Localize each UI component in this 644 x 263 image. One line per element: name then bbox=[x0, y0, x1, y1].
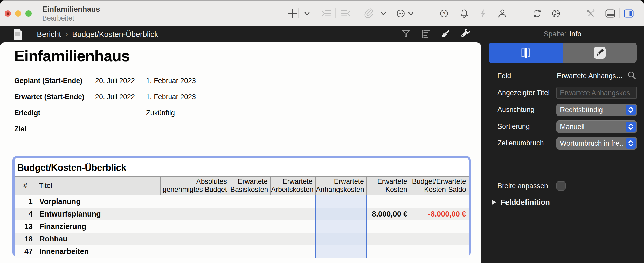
outline-view-icon[interactable] bbox=[420, 28, 433, 41]
cell-work-costs[interactable] bbox=[271, 195, 315, 208]
column-header-title[interactable]: Titel bbox=[36, 176, 160, 195]
cell-budget[interactable] bbox=[160, 220, 230, 233]
sorting-popup[interactable]: Manuell bbox=[556, 120, 637, 133]
cell-balance[interactable] bbox=[410, 220, 469, 233]
bottom-panel-icon[interactable] bbox=[605, 8, 616, 19]
minimize-button[interactable] bbox=[15, 10, 21, 17]
field-definition-label[interactable]: Felddefinition bbox=[501, 198, 550, 207]
row-number[interactable]: 47 bbox=[15, 245, 36, 258]
more-chevron-down-icon[interactable] bbox=[405, 8, 417, 19]
search-icon[interactable] bbox=[627, 71, 637, 82]
cell-attachment-costs[interactable] bbox=[315, 195, 367, 208]
row-number[interactable]: 13 bbox=[15, 220, 36, 233]
breadcrumb-section[interactable]: Bericht bbox=[37, 30, 61, 39]
table-row[interactable]: 1 Vorplanung bbox=[15, 195, 469, 208]
row-number[interactable]: 1 bbox=[15, 195, 36, 208]
indent-icon[interactable] bbox=[321, 8, 332, 19]
cell-budget[interactable] bbox=[160, 245, 230, 258]
report-page: Einfamilienhaus Geplant (Start-Ende) 20.… bbox=[0, 42, 481, 263]
cell-base-costs[interactable] bbox=[230, 245, 271, 258]
breadcrumb-page[interactable]: Budget/Kosten-Überblick bbox=[72, 30, 158, 39]
cell-work-costs[interactable] bbox=[271, 220, 315, 233]
tab-column-layout[interactable] bbox=[489, 43, 563, 63]
cell-expected-costs[interactable] bbox=[367, 220, 410, 233]
cell-balance[interactable] bbox=[410, 195, 469, 208]
cell-balance[interactable]: -8.000,00 € bbox=[410, 208, 469, 220]
cell-attachment-costs[interactable] bbox=[315, 245, 367, 258]
toolbar-divider bbox=[335, 8, 336, 18]
cell-balance[interactable] bbox=[410, 233, 469, 245]
user-icon[interactable] bbox=[497, 8, 508, 19]
column-header-base-costs[interactable]: Erwartete Basiskosten bbox=[230, 176, 271, 195]
inspector-tab-bar bbox=[489, 43, 637, 63]
row-number[interactable]: 18 bbox=[15, 233, 36, 245]
cell-expected-costs[interactable]: 8.000,00 € bbox=[367, 208, 410, 220]
cell-base-costs[interactable] bbox=[230, 208, 271, 220]
column-header-work-costs[interactable]: Erwartete Arbeitskosten bbox=[271, 176, 315, 195]
cell-budget[interactable] bbox=[160, 195, 230, 208]
budget-table-block[interactable]: Budget/Kosten-Überblick # Titel Absolute… bbox=[12, 156, 471, 257]
more-options-icon[interactable] bbox=[395, 8, 406, 19]
add-icon[interactable] bbox=[287, 8, 298, 19]
row-number[interactable]: 4 bbox=[15, 208, 36, 220]
table-row[interactable]: 47 Innenarbeiten bbox=[15, 245, 469, 258]
row-title[interactable]: Vorplanung bbox=[36, 195, 160, 208]
displayed-title-input[interactable] bbox=[556, 87, 637, 99]
table-row[interactable]: 13 Finanzierung bbox=[15, 220, 469, 233]
table-row[interactable]: 18 Rohbau bbox=[15, 233, 469, 245]
attachment-icon[interactable] bbox=[362, 8, 374, 19]
cell-budget[interactable] bbox=[160, 233, 230, 245]
close-button[interactable] bbox=[5, 10, 11, 17]
cell-base-costs[interactable] bbox=[230, 233, 271, 245]
row-title[interactable]: Rohbau bbox=[36, 233, 160, 245]
cell-attachment-costs[interactable] bbox=[315, 208, 367, 220]
notifications-bell-icon[interactable] bbox=[459, 8, 470, 19]
zoom-button[interactable] bbox=[25, 10, 32, 17]
column-header-attachment-costs-selected[interactable]: Erwartete Anhangskosten bbox=[315, 176, 367, 195]
cell-expected-costs[interactable] bbox=[367, 195, 410, 208]
column-layout-icon bbox=[518, 45, 534, 60]
cell-expected-costs[interactable] bbox=[367, 233, 410, 245]
cell-attachment-costs[interactable] bbox=[315, 220, 367, 233]
field-value[interactable]: Erwartete Anhangs… bbox=[545, 72, 623, 80]
style-brush-icon[interactable] bbox=[439, 28, 452, 41]
row-title[interactable]: Finanzierung bbox=[36, 220, 160, 233]
disclosure-triangle-icon[interactable] bbox=[491, 199, 497, 206]
fit-width-checkbox[interactable] bbox=[556, 181, 566, 191]
alignment-popup[interactable]: Rechtsbündig bbox=[556, 104, 637, 116]
cell-attachment-costs[interactable] bbox=[315, 233, 367, 245]
column-header-expected-costs[interactable]: Erwartete Kosten bbox=[367, 176, 410, 195]
line-wrap-popup[interactable]: Wortumbruch in fre… bbox=[556, 137, 637, 150]
title-bar: Einfamilienhaus Bearbeitet bbox=[0, 0, 644, 26]
column-header-approved-budget[interactable]: Absolutes genehmigtes Budget bbox=[160, 176, 230, 195]
attachment-chevron-down-icon[interactable] bbox=[378, 8, 389, 19]
column-header-budget-balance[interactable]: Budget/Erwartete Kosten-Saldo bbox=[410, 176, 469, 195]
help-icon[interactable]: ? bbox=[438, 8, 450, 19]
tools-icon[interactable] bbox=[585, 8, 596, 19]
right-panel-icon[interactable] bbox=[623, 8, 634, 19]
cell-work-costs[interactable] bbox=[271, 245, 315, 258]
cell-expected-costs[interactable] bbox=[367, 245, 410, 258]
add-chevron-down-icon[interactable] bbox=[301, 8, 313, 19]
tab-column-style[interactable] bbox=[563, 43, 637, 63]
cell-base-costs[interactable] bbox=[230, 220, 271, 233]
inspector-header: Spalte: Info bbox=[481, 26, 644, 42]
budget-table: # Titel Absolutes genehmigtes Budget Erw… bbox=[15, 176, 469, 258]
automation-bolt-icon[interactable] bbox=[477, 8, 489, 19]
row-title[interactable]: Entwurfsplanung bbox=[36, 208, 160, 220]
network-globe-icon[interactable] bbox=[550, 8, 562, 19]
outdent-icon[interactable] bbox=[340, 8, 351, 19]
cell-base-costs[interactable] bbox=[230, 195, 271, 208]
cell-work-costs[interactable] bbox=[271, 208, 315, 220]
table-row[interactable]: 4 Entwurfsplanung 8.000,00 € -8.000,00 € bbox=[15, 208, 469, 220]
cell-work-costs[interactable] bbox=[271, 233, 315, 245]
sync-icon[interactable] bbox=[531, 8, 543, 19]
window-title-block: Einfamilienhaus Bearbeitet bbox=[42, 5, 100, 22]
filter-icon[interactable] bbox=[399, 28, 412, 41]
cell-budget[interactable] bbox=[160, 208, 230, 220]
column-header-number[interactable]: # bbox=[15, 176, 36, 195]
settings-wrench-icon[interactable] bbox=[459, 28, 472, 41]
cell-balance[interactable] bbox=[410, 245, 469, 258]
row-title[interactable]: Innenarbeiten bbox=[36, 245, 160, 258]
popup-stepper-icon bbox=[626, 138, 636, 149]
